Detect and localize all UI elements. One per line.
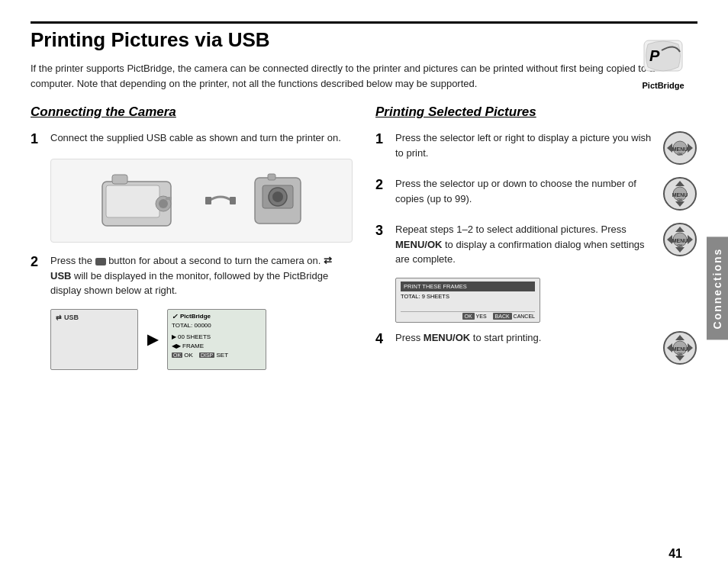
confirm-dialog: PRINT THESE FRAMES TOTAL: 9 SHEETS OK YE… — [395, 278, 540, 323]
selector-up-down-icon: MENU OK — [662, 176, 697, 211]
pb-sheets-icon: ▶ — [172, 333, 176, 340]
step-number-1: 1 — [31, 130, 44, 148]
svg-text:OK: OK — [677, 243, 683, 248]
dialog-header: PRINT THESE FRAMES — [401, 282, 535, 291]
left-section-title: Connecting the Camera — [31, 105, 353, 120]
right-step-1-content: 1 Press the selector left or right to di… — [375, 130, 656, 160]
selector-center-icon: MENU OK — [662, 222, 697, 257]
printer-svg — [251, 170, 304, 231]
pictbridge-screen: ✓ PictBridge TOTAL: 00000 ▶ 00 SHEETS ◀▶… — [167, 309, 266, 370]
step-text-1: Connect the supplied USB cable as shown … — [50, 130, 353, 146]
right-step-text-1: Press the selector left or right to disp… — [395, 130, 656, 160]
dialog-footer: OK YES BACK CANCEL — [401, 311, 535, 319]
right-column: Printing Selected Pictures 1 Press the s… — [375, 105, 697, 561]
svg-rect-6 — [112, 175, 127, 184]
right-step-1: 1 Press the selector left or right to di… — [375, 130, 697, 166]
pictbridge-icon: P — [640, 37, 686, 79]
left-step-2: 2 Press the button for about a second to… — [31, 253, 353, 298]
pb-frame-icon: ◀▶ — [172, 343, 181, 349]
pb-bottom: OK OK DISP SET — [172, 352, 262, 359]
svg-text:MENU: MENU — [672, 346, 688, 352]
right-step-3: 3 Repeat steps 1–2 to select additional … — [375, 222, 697, 267]
dialog-yes-btn: OK YES — [462, 314, 487, 319]
svg-rect-8 — [205, 197, 211, 204]
arrow-right-icon: ▶ — [147, 331, 158, 348]
pb-total: TOTAL: 00000 — [172, 322, 262, 329]
svg-text:P: P — [649, 47, 660, 64]
dialog-cancel-btn: BACK CANCEL — [493, 314, 535, 319]
svg-text:MENU: MENU — [672, 238, 688, 243]
camera-illustration — [50, 159, 353, 243]
svg-point-13 — [272, 191, 283, 202]
selector-center2-icon: MENU OK — [662, 330, 697, 365]
svg-rect-14 — [268, 174, 275, 180]
right-step-number-1: 1 — [375, 130, 389, 148]
svg-text:MENU: MENU — [672, 192, 688, 198]
usb-screen: ⇄ USB — [50, 309, 138, 370]
camera-left-svg — [98, 170, 190, 231]
usb-cable-svg — [205, 189, 236, 212]
page-title: Printing Pictures via USB — [31, 28, 697, 52]
intro-paragraph: If the printer supports PictBridge, the … — [31, 61, 656, 91]
camera-svg-area — [92, 164, 311, 237]
svg-text:MENU: MENU — [672, 146, 688, 152]
step-number-2: 2 — [31, 253, 44, 271]
dialog-total: TOTAL: 9 SHEETS — [401, 293, 535, 300]
right-step-3-content: 3 Repeat steps 1–2 to select additional … — [375, 222, 656, 267]
right-step-2: 2 Press the selector up or down to choos… — [375, 176, 697, 211]
selector-left-right-icon: MENU OK — [662, 130, 697, 166]
pb-set-label: DISP SET — [199, 352, 228, 359]
svg-rect-7 — [166, 197, 172, 200]
right-step-number-3: 3 — [375, 222, 389, 240]
svg-text:OK: OK — [677, 352, 683, 356]
right-step-text-3: Repeat steps 1–2 to select additional pi… — [395, 222, 656, 267]
pb-icon: ✓ — [172, 313, 178, 320]
usb-icon: ⇄ — [56, 314, 62, 321]
svg-text:OK: OK — [677, 152, 683, 156]
right-step-text-4: Press MENU/OK to start printing. — [395, 330, 656, 346]
right-step-4-content: 4 Press MENU/OK to start printing. — [375, 330, 656, 348]
pb-sheets: ▶ 00 SHEETS — [172, 333, 262, 340]
usb-screens: ⇄ USB ▶ ✓ PictBridge TOTAL: 00000 ▶ 00 S… — [50, 309, 353, 370]
pb-ok-label: OK OK — [172, 352, 193, 359]
left-column: Connecting the Camera 1 Connect the supp… — [31, 105, 353, 561]
right-step-4: 4 Press MENU/OK to start printing. MENU … — [375, 330, 697, 365]
usb-label: ⇄ USB — [56, 314, 79, 321]
pictbridge-label: PictBridge — [629, 81, 697, 90]
right-step-text-2: Press the selector up or down to choose … — [395, 176, 656, 206]
side-label: Connections — [707, 237, 728, 339]
page-number: 41 — [668, 547, 682, 561]
right-step-number-2: 2 — [375, 176, 389, 194]
svg-point-5 — [159, 199, 168, 208]
pictbridge-logo: P PictBridge — [629, 37, 697, 90]
top-border — [31, 21, 697, 24]
svg-rect-9 — [230, 197, 236, 204]
right-step-number-4: 4 — [375, 330, 389, 348]
pb-frame: ◀▶ FRAME — [172, 343, 262, 349]
svg-rect-3 — [106, 185, 159, 217]
right-step-2-content: 2 Press the selector up or down to choos… — [375, 176, 656, 206]
svg-text:OK: OK — [677, 198, 683, 202]
pb-header: ✓ PictBridge — [172, 313, 262, 320]
main-content: Connecting the Camera 1 Connect the supp… — [31, 105, 697, 561]
left-step-1: 1 Connect the supplied USB cable as show… — [31, 130, 353, 148]
step-text-2: Press the button for about a second to t… — [50, 253, 353, 298]
right-section-title: Printing Selected Pictures — [375, 105, 697, 120]
page: Printing Pictures via USB If the printer… — [0, 0, 728, 576]
